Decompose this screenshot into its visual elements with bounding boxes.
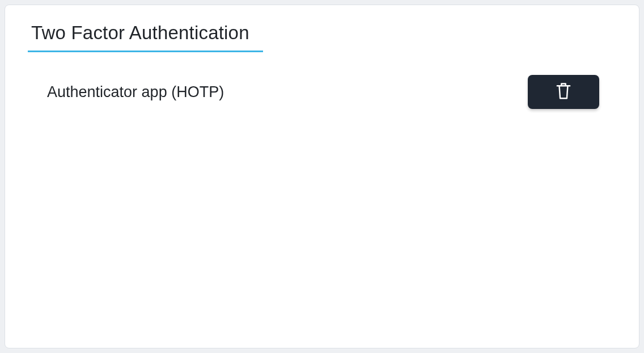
panel-title: Two Factor Authentication xyxy=(28,22,263,49)
title-underline xyxy=(28,51,263,52)
delete-method-button[interactable] xyxy=(528,75,599,109)
panel-header: Two Factor Authentication xyxy=(28,22,263,52)
auth-method-row: Authenticator app (HOTP) xyxy=(28,52,616,109)
two-factor-panel: Two Factor Authentication Authenticator … xyxy=(5,5,639,348)
auth-method-label: Authenticator app (HOTP) xyxy=(47,83,224,101)
trash-icon xyxy=(555,82,572,102)
